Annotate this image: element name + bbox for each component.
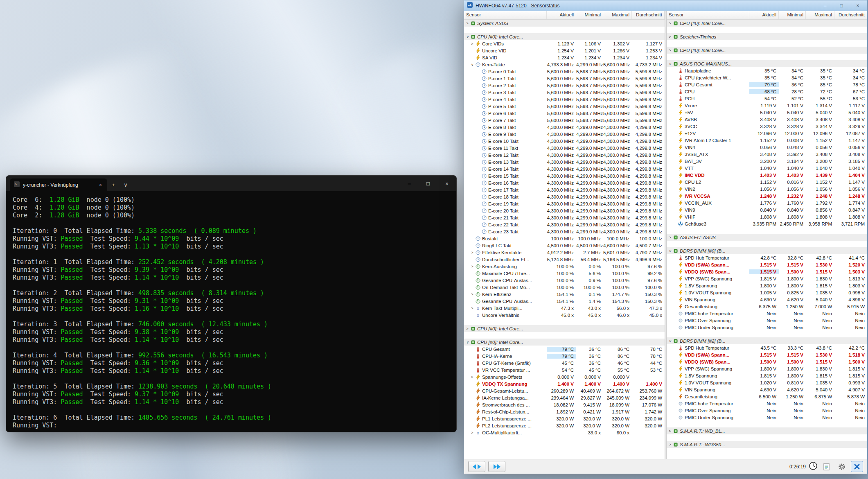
sensor-row[interactable]: IA-Kerne Leistungsa...239.464 W29.827 W2… bbox=[464, 394, 665, 401]
sensor-row[interactable]: +12V12.096 V12.000 V12.096 V12.087 V bbox=[667, 130, 867, 137]
sensor-row[interactable]: VPP (SWC) Spannung1.800 V1.800 V1.830 V1… bbox=[667, 365, 867, 372]
collapse-arrow-icon[interactable]: ∨ bbox=[667, 249, 672, 253]
sensor-row[interactable]: P-core 6 Takt5,600.0 MHz5,598.7 MHz5,600… bbox=[464, 110, 665, 117]
sensor-row[interactable]: E-core 9 Takt4,300.0 MHz4,299.0 MHz4,300… bbox=[464, 131, 665, 138]
column-header-maximum[interactable]: Maximal bbox=[603, 11, 632, 19]
sensor-row[interactable]: E-core 14 Takt4,300.0 MHz4,299.0 MHz4,30… bbox=[464, 165, 665, 172]
sensor-row[interactable]: E-core 17 Takt4,300.0 MHz4,299.0 MHz4,30… bbox=[464, 186, 665, 193]
maximize-button[interactable]: □ bbox=[834, 1, 848, 10]
sensor-row[interactable]: >Effektive Kerntakte4,912.2 MHz2.7 MHz5,… bbox=[464, 249, 665, 256]
sensor-row[interactable]: 1,8V Spannung1.800 V1.800 V1.815 V1.803 … bbox=[667, 282, 867, 289]
sensor-row[interactable]: PMIC Over SpannungNeinNeinNeinNein bbox=[667, 317, 867, 324]
sensor-row[interactable]: AVSB3.408 V3.408 V3.408 V3.408 V bbox=[667, 116, 867, 123]
sensor-row[interactable]: 1.0V VOUT Spannung1.005 V0.825 V1.035 V0… bbox=[667, 289, 867, 296]
expand-arrow-icon[interactable]: > bbox=[470, 42, 475, 46]
collapse-arrow-icon[interactable]: ∨ bbox=[465, 340, 470, 344]
sensor-row[interactable]: Hauptplatine35 °C34 °C35 °C34 °C bbox=[667, 67, 867, 74]
sensor-row[interactable]: E-core 18 Takt4,300.0 MHz4,299.0 MHz4,30… bbox=[464, 193, 665, 200]
sensor-row[interactable]: Maximale CPU-/Thre...100.0 %5.6 %100.0 %… bbox=[464, 270, 665, 277]
maximize-button[interactable]: □ bbox=[419, 176, 437, 191]
expand-arrow-icon[interactable]: > bbox=[470, 251, 475, 255]
sensor-row[interactable]: CPU Gesamt79 °C36 °C86 °C78 °C bbox=[464, 346, 665, 352]
sensor-row[interactable]: VPP (SWC) Spannung1.815 V1.800 V1.830 V1… bbox=[667, 275, 867, 282]
sensor-row[interactable]: P-core 2 Takt5,600.0 MHz5,598.7 MHz5,600… bbox=[464, 82, 665, 89]
sensor-row[interactable]: CPU-IA-Kerne79 °C36 °C86 °C78 °C bbox=[464, 352, 665, 359]
sensor-row[interactable]: VDDQ TX Spannung1.400 V1.400 V1.400 V1.4… bbox=[464, 380, 665, 387]
sensor-group-row[interactable]: >S.M.A.R.T.: WD_BL... bbox=[667, 427, 867, 434]
sensor-group-row[interactable]: ∨CPU [#0]: Intel Core... bbox=[464, 33, 665, 40]
column-header-sensor[interactable]: Sensor bbox=[464, 11, 547, 19]
collapse-arrow-icon[interactable]: ∨ bbox=[667, 339, 672, 343]
collapse-arrow-icon[interactable]: ∨ bbox=[470, 63, 475, 67]
sensor-row[interactable]: >xKern-Takt-Multipli...47.3 x43.0 x56.0 … bbox=[464, 305, 665, 312]
sensor-row[interactable]: SPD Hub Temperatur42.8 °C32.8 °C42.8 °C4… bbox=[667, 254, 867, 261]
nav-previous-button[interactable] bbox=[468, 461, 485, 472]
expand-arrow-icon[interactable]: > bbox=[667, 235, 672, 240]
sensor-row[interactable]: E-core 12 Takt4,300.0 MHz4,299.0 MHz4,30… bbox=[464, 151, 665, 158]
sensor-group-row[interactable]: ∨DDR5 DIMM [#0] (B... bbox=[667, 247, 867, 254]
sensor-row[interactable]: SA VID1.234 V1.234 V1.234 V1.234 V bbox=[464, 54, 665, 61]
sensor-row[interactable]: Bustakt100.0 MHz100.0 MHz100.0 MHz100.0 … bbox=[464, 235, 665, 242]
sensor-row[interactable]: P-core 4 Takt5,600.0 MHz5,598.7 MHz5,600… bbox=[464, 96, 665, 103]
column-header-current[interactable]: Aktuell bbox=[547, 11, 576, 19]
sensor-row[interactable]: CPU L21.152 V0.016 V1.152 V1.147 V bbox=[667, 178, 867, 185]
sensor-row[interactable]: E-core 23 Takt4,300.0 MHz4,299.0 MHz4,30… bbox=[464, 228, 665, 235]
expand-arrow-icon[interactable]: > bbox=[470, 375, 475, 379]
sensor-row[interactable]: P-core 0 Takt5,600.0 MHz5,598.7 MHz5,600… bbox=[464, 68, 665, 75]
terminal-output[interactable]: Core 6: 1.28 GiB node 0 (100%)Core 4: 1.… bbox=[6, 191, 456, 429]
sensor-row[interactable]: ∨Kern-Takte4,733.3 MHz4,299.0 MHz5,600.0… bbox=[464, 61, 665, 68]
sensor-group-row[interactable]: ∨DDR5 DIMM [#2] (B... bbox=[667, 337, 867, 344]
expand-arrow-icon[interactable]: > bbox=[667, 429, 672, 433]
expand-arrow-icon[interactable]: > bbox=[470, 264, 475, 269]
sensor-row[interactable]: Gesamtleistung6.500 W1.250 W6.875 W5.878… bbox=[667, 393, 867, 400]
sensor-row[interactable]: E-core 19 Takt4,300.0 MHz4,299.0 MHz4,30… bbox=[464, 200, 665, 207]
sensor-row[interactable]: VDD (SWA) Spann...1.515 V1.515 V1.530 V1… bbox=[667, 351, 867, 358]
sensor-row[interactable]: VCCIN_AUX1.776 V1.760 V1.792 V1.774 V bbox=[667, 199, 867, 206]
sensor-group-row[interactable]: >CPU [#0]: Intel Core... bbox=[464, 325, 665, 332]
sensor-row[interactable]: E-core 15 Takt4,300.0 MHz4,299.0 MHz4,30… bbox=[464, 172, 665, 179]
sensor-row[interactable]: Durchschnittlicher Ef...5,124.8 MHz56.4 … bbox=[464, 256, 665, 263]
sensor-row[interactable]: CPU GT-Kerne (Grafik)45 °C36 °C46 °C44 °… bbox=[464, 359, 665, 366]
sensor-group-row[interactable]: >CPU [#0]: Intel Core... bbox=[667, 20, 867, 27]
terminal-tab[interactable]: >_ y-cruncher - Verknüpfung × bbox=[10, 178, 107, 191]
expand-arrow-icon[interactable]: > bbox=[667, 21, 672, 25]
hwinfo-titlebar[interactable]: HWiNFO64 v7.47-5120 - Sensorstatus – □ × bbox=[464, 0, 867, 11]
column-header-minimum[interactable]: Minimal bbox=[576, 11, 603, 19]
collapse-arrow-icon[interactable]: ∨ bbox=[667, 62, 672, 66]
sensor-row[interactable]: Stromverbrauch des ...18.082 W9.415 W18.… bbox=[464, 401, 665, 408]
tab-dropdown-button[interactable]: ∨ bbox=[119, 178, 132, 191]
sensor-row[interactable]: E-core 11 Takt4,300.0 MHz4,299.0 MHz4,30… bbox=[464, 145, 665, 151]
sensor-row[interactable]: VIN21.056 V1.056 V1.056 V1.056 V bbox=[667, 185, 867, 192]
sensor-row[interactable]: VDDQ (SWB) Span...1.500 V1.500 V1.515 V1… bbox=[667, 358, 867, 365]
close-sensors-button[interactable] bbox=[851, 461, 863, 472]
close-button[interactable]: × bbox=[437, 176, 456, 191]
sensor-row[interactable]: CPU-Gesamt-Leistu...260.289 W40.469 W264… bbox=[464, 387, 665, 394]
sensor-row[interactable]: +5V5.040 V5.040 V5.040 V5.040 V bbox=[667, 109, 867, 116]
expand-arrow-icon[interactable]: > bbox=[465, 21, 470, 25]
sensor-row[interactable]: PCH54 °C52 °C55 °C53 °C bbox=[667, 95, 867, 102]
collapse-arrow-icon[interactable]: ∨ bbox=[465, 35, 470, 39]
sensor-row[interactable]: >xOC-Multiplikatorli...33.0 x60.0 x bbox=[464, 429, 665, 436]
sensor-row[interactable]: BAT_3V3.200 V3.184 V3.200 V3.185 V bbox=[667, 158, 867, 165]
column-header-minimum[interactable]: Minimal bbox=[779, 11, 806, 19]
report-button[interactable] bbox=[821, 461, 833, 472]
sensor-row[interactable]: PMIC Under SpannungNeinNeinNeinNein bbox=[667, 414, 867, 421]
sensor-row[interactable]: P-core 5 Takt5,600.0 MHz5,598.7 MHz5,600… bbox=[464, 103, 665, 110]
sensor-row[interactable]: Gesamtleistung6.375 W1.250 W7.000 W5.915… bbox=[667, 303, 867, 310]
sensor-row[interactable]: Rest-of-Chip-Leistun...1.892 W0.421 W1.9… bbox=[464, 408, 665, 415]
sensor-row[interactable]: VIN Spannung4.690 V4.620 V5.040 V4.907 V bbox=[667, 386, 867, 393]
sensor-row[interactable]: Ring/LLC Takt4,500.0 MHz4,500.0 MHz4,600… bbox=[464, 242, 665, 249]
sensor-row[interactable]: VDD (SWA) Spann...1.515 V1.515 V1.530 V1… bbox=[667, 261, 867, 268]
sensor-row[interactable]: >Kern-Effizienz154.1 %0.1 %174.7 %150.3 … bbox=[464, 291, 665, 298]
column-header-average[interactable]: Durchschnitt bbox=[632, 11, 665, 19]
sensor-row[interactable]: 3VCC3.328 V3.328 V3.344 V3.329 V bbox=[667, 123, 867, 130]
settings-gear-button[interactable] bbox=[836, 461, 848, 472]
column-header-current[interactable]: Aktuell bbox=[749, 11, 779, 19]
sensor-row[interactable]: PL2 Leistungsgrenze ...320.0 W320.0 W320… bbox=[464, 422, 665, 429]
sensor-row[interactable]: VIN Spannung4.690 V4.620 V5.040 V4.896 V bbox=[667, 296, 867, 303]
sensor-row[interactable]: 1,8V Spannung1.815 V1.800 V1.815 V1.815 … bbox=[667, 372, 867, 379]
sensor-row[interactable]: 3VSB_ATX3.408 V3.392 V3.408 V3.408 V bbox=[667, 151, 867, 158]
sensor-group-row[interactable]: >Speicher-Timings bbox=[667, 33, 867, 40]
sensor-row[interactable]: E-core 20 Takt4,300.0 MHz4,299.0 MHz4,30… bbox=[464, 207, 665, 214]
sensor-row[interactable]: VTT1.040 V1.040 V1.040 V1.040 V bbox=[667, 165, 867, 172]
